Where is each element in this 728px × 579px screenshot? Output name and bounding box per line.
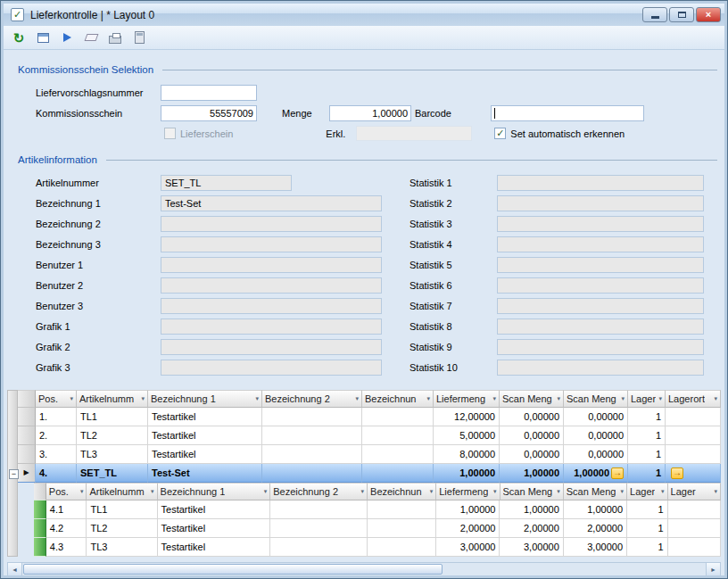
grid-cell[interactable]: 1 bbox=[628, 408, 666, 426]
table-row[interactable]: 4.2TL2Testartikel2,000002,000002,000001 bbox=[34, 519, 721, 538]
readonly-field[interactable] bbox=[161, 318, 382, 335]
set-auto-checkbox[interactable]: ✓ bbox=[494, 128, 506, 139]
column-header[interactable]: Scan Meng▾ bbox=[500, 390, 564, 408]
grid-cell[interactable]: 1,00000 bbox=[500, 464, 564, 483]
maximize-button[interactable] bbox=[669, 7, 694, 22]
grid-cell[interactable]: 3,00000 bbox=[500, 538, 563, 557]
grid-cell[interactable]: Test-Set bbox=[148, 464, 262, 483]
grid-cell[interactable]: TL1 bbox=[77, 408, 148, 426]
filter-arrow-icon[interactable]: ▾ bbox=[70, 395, 73, 402]
readonly-field[interactable] bbox=[161, 277, 382, 294]
readonly-field[interactable] bbox=[497, 277, 704, 294]
readonly-field[interactable] bbox=[497, 175, 704, 191]
grid-cell[interactable]: TL1 bbox=[87, 500, 157, 519]
table-row[interactable]: 2.TL2Testartikel5,000000,000000,000001 bbox=[18, 426, 721, 445]
readonly-field[interactable] bbox=[161, 298, 382, 314]
grid-cell[interactable] bbox=[668, 500, 721, 519]
grid-cell[interactable]: TL3 bbox=[87, 538, 157, 557]
row-selector[interactable] bbox=[18, 426, 36, 445]
column-header[interactable]: Lager▾ bbox=[628, 390, 666, 408]
grid-cell[interactable] bbox=[666, 426, 721, 445]
grid-cell[interactable] bbox=[362, 408, 434, 426]
table-row[interactable]: 4.3TL3Testartikel3,000003,000003,000001 bbox=[34, 538, 721, 557]
grid-cell[interactable]: 3,00000 bbox=[564, 538, 627, 557]
menge-input[interactable] bbox=[329, 105, 411, 121]
column-header[interactable]: Artikelnumm▾ bbox=[77, 390, 148, 408]
grid-cell[interactable] bbox=[262, 464, 362, 483]
grid-cell[interactable]: Testartikel bbox=[148, 408, 262, 426]
filter-arrow-icon[interactable]: ▾ bbox=[361, 488, 365, 495]
readonly-field[interactable] bbox=[161, 257, 382, 273]
filter-arrow-icon[interactable]: ▾ bbox=[151, 488, 154, 495]
column-header[interactable]: Scan Meng▾ bbox=[564, 390, 628, 408]
column-header[interactable]: Bezeichnun▾ bbox=[362, 390, 434, 408]
grid-cell[interactable]: Testartikel bbox=[158, 538, 271, 557]
column-header[interactable]: Bezeichnun▾ bbox=[368, 483, 436, 500]
jump-arrow-icon[interactable]: → bbox=[611, 467, 624, 479]
grid-cell[interactable]: 2,00000 bbox=[564, 519, 627, 538]
grid-cell[interactable]: 1,00000 bbox=[434, 464, 500, 483]
grid-cell[interactable] bbox=[270, 500, 368, 519]
grid-cell[interactable]: 1,00000→ bbox=[564, 464, 628, 483]
grid-cell[interactable]: 0,00000 bbox=[564, 445, 628, 464]
filter-arrow-icon[interactable]: ▾ bbox=[715, 488, 718, 495]
filter-arrow-icon[interactable]: ▾ bbox=[264, 488, 268, 495]
grid-cell[interactable] bbox=[270, 538, 368, 557]
grid-cell[interactable] bbox=[368, 500, 436, 519]
grid-cell[interactable]: 0,00000 bbox=[564, 426, 628, 445]
row-selector[interactable] bbox=[34, 500, 46, 519]
column-header[interactable]: Scan Meng▾ bbox=[564, 483, 627, 500]
grid-cell[interactable]: 2. bbox=[36, 426, 77, 445]
grid-cell[interactable] bbox=[262, 408, 362, 426]
grid-cell[interactable] bbox=[362, 445, 434, 464]
column-header[interactable]: Bezeichnung 1▾ bbox=[158, 483, 271, 500]
grid-cell[interactable] bbox=[270, 519, 368, 538]
grid-cell[interactable] bbox=[368, 538, 436, 557]
grid-cell[interactable]: 4. bbox=[36, 464, 77, 483]
grid-cell[interactable]: 1 bbox=[627, 500, 668, 519]
grid-cell[interactable]: 12,00000 bbox=[434, 408, 500, 426]
grid-cell[interactable]: 0,00000 bbox=[500, 408, 564, 426]
grid-cell[interactable]: 1 bbox=[628, 464, 666, 483]
grid-cell[interactable]: SET_TL bbox=[77, 464, 148, 483]
grid-cell[interactable]: 1 bbox=[628, 426, 666, 445]
grid-cell[interactable] bbox=[668, 538, 721, 557]
grid-cell[interactable]: Testartikel bbox=[148, 426, 262, 445]
filter-arrow-icon[interactable]: ▾ bbox=[661, 488, 665, 495]
column-header[interactable]: Bezeichnung 1▾ bbox=[148, 390, 262, 408]
readonly-field[interactable]: SET_TL bbox=[161, 175, 292, 191]
readonly-field[interactable] bbox=[497, 216, 704, 232]
grid-cell[interactable]: 2,00000 bbox=[500, 519, 563, 538]
column-header[interactable]: Scan Meng▾ bbox=[500, 483, 564, 500]
grid-cell[interactable] bbox=[262, 426, 362, 445]
column-header[interactable]: Liefermeng▾ bbox=[436, 483, 500, 500]
filter-arrow-icon[interactable]: ▾ bbox=[658, 395, 662, 402]
row-selector[interactable]: ▶ bbox=[18, 464, 36, 483]
row-selector[interactable] bbox=[18, 445, 36, 464]
readonly-field[interactable] bbox=[497, 195, 704, 211]
calculator-button[interactable] bbox=[129, 29, 149, 46]
grid-cell[interactable]: TL2 bbox=[87, 519, 157, 538]
readonly-field[interactable] bbox=[497, 236, 704, 252]
readonly-field[interactable] bbox=[497, 298, 704, 314]
lieferschein-checkbox[interactable] bbox=[164, 128, 176, 139]
grid-cell[interactable]: 1 bbox=[627, 519, 668, 538]
grid-cell[interactable]: 4.2 bbox=[46, 519, 87, 538]
grid-cell[interactable]: 1. bbox=[36, 408, 77, 426]
table-row[interactable]: ▶4.SET_TLTest-Set1,000001,000001,00000→1… bbox=[18, 464, 721, 483]
filter-arrow-icon[interactable]: ▾ bbox=[141, 395, 145, 402]
close-button[interactable]: × bbox=[696, 7, 721, 22]
grid-cell[interactable]: 1,00000 bbox=[500, 500, 563, 519]
grid-cell[interactable] bbox=[666, 445, 721, 464]
column-header[interactable]: Bezeichnung 2▾ bbox=[262, 390, 362, 408]
horizontal-scrollbar[interactable]: ◄ ► bbox=[7, 562, 721, 575]
column-header[interactable]: Artikelnumm▾ bbox=[87, 483, 157, 500]
grid-cell[interactable]: 5,00000 bbox=[434, 426, 500, 445]
clear-button[interactable] bbox=[81, 29, 101, 46]
scroll-right-button[interactable]: ► bbox=[706, 563, 720, 575]
readonly-field[interactable] bbox=[161, 216, 382, 232]
filter-arrow-icon[interactable]: ▾ bbox=[255, 395, 259, 402]
filter-arrow-icon[interactable]: ▾ bbox=[493, 488, 497, 495]
barcode-input[interactable] bbox=[491, 105, 644, 121]
filter-arrow-icon[interactable]: ▾ bbox=[80, 488, 84, 495]
